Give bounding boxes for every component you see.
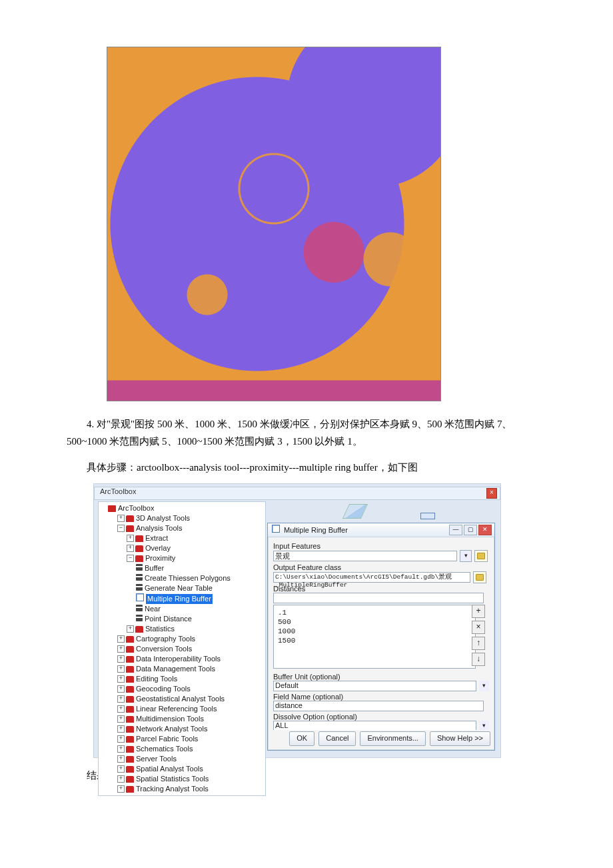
browse-button[interactable] [473, 571, 486, 583]
tree-item-statistics[interactable]: +Statistics [127, 624, 265, 634]
distances-listbox[interactable]: .1 500 1000 1500 [273, 605, 476, 669]
tree-item-3d-analyst[interactable]: +3D Analyst Tools [117, 513, 265, 523]
arctoolbox-tree[interactable]: ArcToolbox +3D Analyst Tools −Analysis T… [98, 501, 266, 796]
gis-classified-raster-map [107, 47, 441, 401]
move-down-button[interactable]: ↓ [472, 653, 485, 666]
decorative-rect [420, 513, 435, 519]
maximize-icon[interactable]: ▢ [464, 525, 477, 535]
list-item[interactable]: 1000 [278, 627, 471, 636]
hammer-icon [136, 584, 143, 591]
arcgis-screenshot: ArcToolbox × ArcToolbox +3D Analyst Tool… [93, 483, 501, 758]
input-features-label: Input Features [273, 542, 489, 550]
field-name-label: Field Name (optional) [273, 693, 489, 701]
dialog-body: Input Features 景观 ▾ Output Feature class… [273, 541, 489, 730]
tree-item[interactable]: +Network Analyst Tools [117, 724, 265, 734]
dialog-titlebar: Multiple Ring Buffer — ▢ ✕ [268, 523, 494, 537]
environments-button[interactable]: Environments... [360, 731, 425, 746]
tree-item-analysis-tools[interactable]: −Analysis Tools +Extract +Overlay −Proxi… [117, 523, 265, 634]
tree-item[interactable]: +Schematics Tools [117, 744, 265, 754]
paragraph-steps-detail: 具体步骤：arctoolbox---analysis tool---proxim… [67, 459, 546, 477]
tree-tool-buffer[interactable]: Buffer [136, 563, 265, 573]
tree-root[interactable]: ArcToolbox +3D Analyst Tools −Analysis T… [108, 503, 265, 794]
buffer-unit-label: Buffer Unit (optional) [273, 673, 489, 681]
tree-item[interactable]: +Conversion Tools [117, 644, 265, 654]
hammer-icon [136, 564, 143, 571]
tree-item[interactable]: +Editing Tools [117, 674, 265, 684]
ok-button[interactable]: OK [289, 731, 314, 746]
remove-button[interactable]: × [472, 621, 485, 634]
tree-item-extract[interactable]: +Extract [127, 533, 265, 543]
dropdown-icon[interactable]: ▾ [460, 550, 472, 562]
decorative-shape [342, 504, 368, 519]
list-item[interactable]: 500 [278, 617, 471, 627]
paragraph-step-4: 4. 对"景观"图按 500 米、1000 米、1500 米做缓冲区，分别对保护… [67, 416, 546, 450]
output-feature-label: Output Feature class [273, 563, 489, 571]
tree-tool-point-distance[interactable]: Point Distance [136, 614, 265, 624]
tree-item[interactable]: +Data Management Tools [117, 664, 265, 674]
tree-tool-near-table[interactable]: Generate Near Table [136, 583, 265, 593]
tree-item[interactable]: +Tracking Analyst Tools [117, 784, 265, 794]
dissolve-option-combo[interactable]: ALL [273, 721, 476, 730]
output-feature-field[interactable]: C:\Users\xiao\Documents\ArcGIS\Default.g… [273, 572, 470, 583]
arctoolbox-title: ArcToolbox [100, 487, 136, 495]
script-icon [136, 593, 144, 601]
list-item[interactable]: 1500 [278, 636, 471, 645]
tree-item[interactable]: +Spatial Analyst Tools [117, 764, 265, 774]
minimize-icon[interactable]: — [449, 525, 462, 535]
tree-item[interactable]: +Cartography Tools [117, 634, 265, 644]
tree-item[interactable]: +Server Tools [117, 754, 265, 764]
tree-tool-near[interactable]: Near [136, 604, 265, 614]
input-features-field[interactable]: 景观 [273, 551, 457, 561]
folder-icon [477, 553, 485, 559]
tree-tool-thiessen[interactable]: Create Thiessen Polygons [136, 573, 265, 583]
tree-item[interactable]: +Linear Referencing Tools [117, 704, 265, 714]
script-icon [272, 525, 280, 533]
close-icon[interactable]: ✕ [478, 525, 492, 535]
hammer-icon [136, 615, 143, 621]
tree-item[interactable]: +Geocoding Tools [117, 684, 265, 694]
arctoolbox-titlebar: ArcToolbox × [94, 487, 500, 500]
dropdown-icon[interactable]: ▾ [479, 681, 489, 691]
cancel-button[interactable]: Cancel [318, 731, 356, 746]
add-button[interactable]: + [472, 605, 485, 618]
tree-tool-multiple-ring-buffer[interactable]: Multiple Ring Buffer [136, 593, 265, 604]
browse-button[interactable] [474, 550, 488, 562]
distance-entry-field[interactable] [273, 593, 484, 603]
close-icon[interactable]: × [486, 488, 497, 499]
document-page: 4. 对"景观"图按 500 米、1000 米、1500 米做缓冲区，分别对保护… [0, 0, 613, 824]
tree-item[interactable]: +Multidimension Tools [117, 714, 265, 724]
hammer-icon [136, 605, 143, 611]
list-item[interactable]: .1 [278, 608, 471, 617]
tree-item-overlay[interactable]: +Overlay [127, 543, 265, 553]
multiple-ring-buffer-dialog: Multiple Ring Buffer — ▢ ✕ Input Feature… [267, 523, 495, 751]
tree-item[interactable]: +Parcel Fabric Tools [117, 734, 265, 744]
field-name-input[interactable]: distance [273, 701, 484, 711]
dissolve-option-label: Dissolve Option (optional) [273, 713, 489, 721]
tree-item[interactable]: +Spatial Statistics Tools [117, 774, 265, 784]
buffer-unit-combo[interactable]: Default [273, 681, 476, 691]
tree-item-proximity[interactable]: −Proximity Buffer Create Thiessen Polygo… [127, 553, 265, 624]
show-help-button[interactable]: Show Help >> [430, 731, 490, 746]
move-up-button[interactable]: ↑ [472, 637, 485, 650]
dropdown-icon[interactable]: ▾ [479, 721, 489, 730]
dialog-button-row: OK Cancel Environments... Show Help >> [289, 731, 490, 746]
tree-item[interactable]: +Geostatistical Analyst Tools [117, 694, 265, 704]
tree-item[interactable]: +Data Interoperability Tools [117, 654, 265, 664]
folder-icon [476, 574, 484, 581]
hammer-icon [136, 574, 143, 581]
dialog-title: Multiple Ring Buffer [284, 526, 348, 534]
